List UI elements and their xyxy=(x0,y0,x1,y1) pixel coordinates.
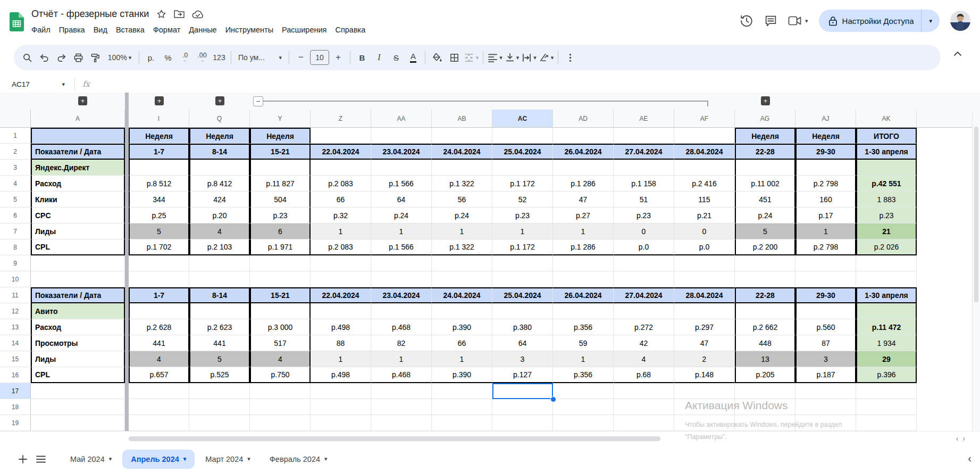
row-header-13[interactable]: 13 xyxy=(0,319,31,335)
share-dropdown-caret[interactable]: ▾ xyxy=(922,10,940,32)
more-toolbar-button[interactable] xyxy=(562,49,578,65)
grid-cell[interactable]: 22.04.2024 xyxy=(311,144,371,160)
grid-cell[interactable]: Просмотры xyxy=(31,335,125,351)
grid-cell[interactable]: 5 xyxy=(189,351,250,367)
grid-cell[interactable]: р.468 xyxy=(371,367,432,383)
grid-cell[interactable]: 29-30 xyxy=(795,144,856,160)
row-header-6[interactable]: 6 xyxy=(0,208,31,223)
grid-cell[interactable] xyxy=(311,415,371,431)
grid-cell[interactable]: 1-30 апреля xyxy=(856,287,917,303)
column-header-I[interactable]: I xyxy=(129,110,189,128)
version-history-icon[interactable] xyxy=(740,14,753,28)
menu-item[interactable]: Расширения xyxy=(278,24,331,35)
grid-cell[interactable]: 25.04.2024 xyxy=(492,287,553,303)
grid-cell[interactable] xyxy=(674,415,735,431)
grid-cell[interactable] xyxy=(795,399,856,415)
grid-cell[interactable] xyxy=(189,383,250,399)
row-header-15[interactable]: 15 xyxy=(0,351,31,367)
grid-cell[interactable]: 47 xyxy=(553,192,614,208)
grid-cell[interactable] xyxy=(371,303,432,319)
grid-cell[interactable]: 1 934 xyxy=(856,335,917,351)
all-sheets-button[interactable] xyxy=(36,456,46,463)
row-header-12[interactable]: 12 xyxy=(0,303,31,319)
grid-cell[interactable]: Расход xyxy=(31,176,125,192)
grid-cell[interactable]: р.32 xyxy=(311,208,371,223)
grid-cell[interactable] xyxy=(614,128,674,144)
collapse-group-button[interactable]: − xyxy=(253,96,263,106)
sheet-tab[interactable]: Февраль 2024▾ xyxy=(261,450,336,469)
search-button[interactable] xyxy=(19,49,35,65)
grid-cell[interactable]: р.0 xyxy=(614,239,674,255)
grid-cell[interactable]: р.8 412 xyxy=(189,176,250,192)
meet-video-icon[interactable]: ▾ xyxy=(788,15,808,26)
grid-cell[interactable]: р.498 xyxy=(311,367,371,383)
grid-cell[interactable] xyxy=(856,415,917,431)
grid-cell[interactable]: 88 xyxy=(311,335,371,351)
more-formats-button[interactable]: 123 xyxy=(211,49,227,65)
grid-cell[interactable] xyxy=(553,383,614,399)
grid-cell[interactable]: р.8 512 xyxy=(129,176,189,192)
grid-cell[interactable]: 51 xyxy=(614,192,674,208)
grid-cell[interactable]: р.657 xyxy=(129,367,189,383)
grid-cell[interactable] xyxy=(129,160,189,176)
grid-cell[interactable] xyxy=(371,399,432,415)
menu-item[interactable]: Справка xyxy=(331,24,370,35)
grid-cell[interactable]: р.356 xyxy=(553,319,614,335)
grid-cell[interactable] xyxy=(856,160,917,176)
horizontal-align-button[interactable]: ▾ xyxy=(487,49,503,65)
grid-cell[interactable]: 22.04.2024 xyxy=(311,287,371,303)
grid-cell[interactable] xyxy=(614,399,674,415)
grid-cell[interactable] xyxy=(492,271,553,287)
grid-cell[interactable]: 27.04.2024 xyxy=(614,287,674,303)
grid-cell[interactable]: Неделя xyxy=(129,128,189,144)
column-header-AD[interactable]: AD xyxy=(553,110,614,128)
grid-cell[interactable] xyxy=(735,303,795,319)
grid-cell[interactable]: Клики xyxy=(31,192,125,208)
grid-cell[interactable]: р.2 103 xyxy=(189,239,250,255)
grid-cell[interactable] xyxy=(614,303,674,319)
grid-cell[interactable]: р.1 566 xyxy=(371,176,432,192)
grid-cell[interactable]: Расход xyxy=(31,319,125,335)
grid-cell[interactable]: Авито xyxy=(31,303,125,319)
grid-cell[interactable]: 42 xyxy=(614,335,674,351)
grid-cell[interactable]: 5 xyxy=(129,223,189,239)
row-header-5[interactable]: 5 xyxy=(0,192,31,208)
grid-cell[interactable] xyxy=(795,383,856,399)
grid-cell[interactable]: 448 xyxy=(735,335,795,351)
column-header-AF[interactable]: AF xyxy=(674,110,735,128)
document-title[interactable]: Отчёт - фрезерные станки xyxy=(31,9,149,20)
grid-cell[interactable] xyxy=(492,255,553,271)
format-percent-button[interactable]: % xyxy=(160,49,176,65)
increase-decimal-button[interactable]: .00→ xyxy=(194,49,210,65)
sheet-tab-caret[interactable]: ▾ xyxy=(109,456,112,462)
grid-cell[interactable] xyxy=(311,303,371,319)
grid-cell[interactable] xyxy=(856,271,917,287)
grid-cell[interactable]: р.1 286 xyxy=(553,239,614,255)
grid-cell[interactable]: р.2 628 xyxy=(129,319,189,335)
text-rotation-button[interactable]: ▾ xyxy=(538,49,554,65)
grid-cell[interactable]: 344 xyxy=(129,192,189,208)
grid-cell[interactable]: 1 xyxy=(311,351,371,367)
menu-item[interactable]: Вставка xyxy=(112,24,149,35)
italic-button[interactable]: I xyxy=(371,49,387,65)
grid-cell[interactable]: 5 xyxy=(735,223,795,239)
grid-cell[interactable]: р.24 xyxy=(371,208,432,223)
grid-cell[interactable]: 52 xyxy=(492,192,553,208)
borders-button[interactable] xyxy=(446,49,462,65)
grid-cell[interactable] xyxy=(189,399,250,415)
scroll-right-icon[interactable]: › xyxy=(962,434,969,443)
grid-cell[interactable] xyxy=(674,271,735,287)
grid-cell[interactable]: р.68 xyxy=(614,367,674,383)
row-header-11[interactable]: 11 xyxy=(0,287,31,303)
grid-cell[interactable]: 26.04.2024 xyxy=(553,287,614,303)
expand-group-button[interactable]: + xyxy=(155,96,164,105)
grid-cell[interactable] xyxy=(371,128,432,144)
sheets-logo-icon[interactable] xyxy=(10,12,24,31)
meet-dropdown-caret[interactable]: ▾ xyxy=(805,18,808,24)
grid-cell[interactable]: 27.04.2024 xyxy=(614,144,674,160)
row-header-10[interactable]: 10 xyxy=(0,271,31,287)
expand-group-button[interactable]: + xyxy=(215,96,224,105)
grid-cell[interactable]: р.1 158 xyxy=(614,176,674,192)
grid-cell[interactable] xyxy=(31,271,125,287)
grid-cell[interactable] xyxy=(432,128,492,144)
